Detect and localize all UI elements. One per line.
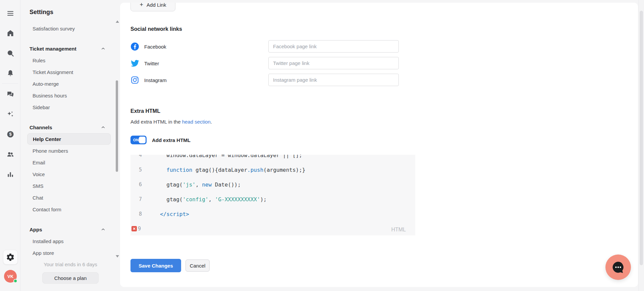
facebook-row: Facebook xyxy=(130,38,402,55)
nav-section-ticket-management[interactable]: Ticket management xyxy=(21,43,120,55)
nav-item-help-center[interactable]: Help Center xyxy=(27,133,111,145)
code-line-7: 7 gtag('config', 'G-XXXXXXXXXX'); xyxy=(130,192,415,207)
nav-item-ticket-assignment[interactable]: Ticket Assignment xyxy=(21,66,120,78)
nav-item-installed-apps[interactable]: Installed apps xyxy=(21,235,120,247)
ai-sparkles-icon[interactable] xyxy=(4,107,17,121)
code-text: gtag('js', new Date()); xyxy=(142,181,241,188)
line-number: 4 xyxy=(130,155,142,158)
nav-section-apps[interactable]: Apps xyxy=(21,224,120,235)
plus-icon: + xyxy=(140,3,144,8)
extra-html-description: Add extra HTML in the head section. xyxy=(130,119,212,125)
nav-section-label: Ticket management xyxy=(30,46,76,52)
line-number: 5 xyxy=(130,167,142,173)
trial-note: Your trial ends in 6 days xyxy=(21,262,120,267)
nav-section-label: Channels xyxy=(30,125,52,130)
twitter-icon xyxy=(130,59,139,68)
settings-gear-icon[interactable] xyxy=(3,250,18,265)
nav-item-satisfaction-survey[interactable]: Satisfaction survey xyxy=(21,23,120,34)
nav-item-app-store[interactable]: App store xyxy=(21,247,120,259)
twitter-row: Twitter xyxy=(130,55,402,72)
avatar-initials: VK xyxy=(7,274,13,279)
line-number: 8 xyxy=(130,211,142,217)
facebook-link-input[interactable] xyxy=(268,40,399,53)
code-text: function gtag(){dataLayer.push(arguments… xyxy=(142,167,306,173)
add-link-button[interactable]: + Add Link xyxy=(130,3,175,11)
nav-item-business-hours[interactable]: Business hours xyxy=(21,90,120,101)
code-text: gtag('config', 'G-XXXXXXXXXX'); xyxy=(142,196,267,203)
search-icon[interactable] xyxy=(4,47,17,60)
social-rows: FacebookTwitterInstagram xyxy=(130,38,402,88)
chat-launcher-button[interactable] xyxy=(605,254,631,280)
nav-item-voice[interactable]: Voice xyxy=(21,168,120,180)
twitter-label: Twitter xyxy=(144,61,159,66)
facebook-label: Facebook xyxy=(144,44,166,50)
nav-item-sidebar[interactable]: Sidebar xyxy=(21,101,120,113)
settings-nav: Settings Satisfaction surveyTicket manag… xyxy=(21,0,120,291)
code-lines: 4 window.dataLayer = window.dataLayer ||… xyxy=(130,155,415,235)
code-line-9: ✕9 xyxy=(130,221,415,235)
page-scrollbar-thumb[interactable] xyxy=(640,11,643,265)
save-changes-button[interactable]: Save Changes xyxy=(130,259,181,272)
code-text: window.dataLayer = window.dataLayer || [… xyxy=(142,155,302,158)
code-line-4: 4 window.dataLayer = window.dataLayer ||… xyxy=(130,155,415,162)
nav-item-sms[interactable]: SMS xyxy=(21,180,120,192)
nav-item-rules[interactable]: Rules xyxy=(21,55,120,66)
nav-scroll-up-arrow[interactable] xyxy=(116,20,119,23)
extra-html-toggle[interactable]: ON xyxy=(130,136,147,144)
extra-html-heading: Extra HTML xyxy=(130,108,160,114)
add-link-label: Add Link xyxy=(147,3,166,8)
line-number: 6 xyxy=(130,181,142,188)
social-links-heading: Social network links xyxy=(130,26,182,32)
conversations-chat-icon[interactable] xyxy=(4,87,17,101)
menu-icon[interactable] xyxy=(4,7,17,20)
nav-item-phone-numbers[interactable]: Phone numbers xyxy=(21,145,120,157)
toggle-knob xyxy=(139,137,146,143)
rail-divider xyxy=(2,83,18,84)
nav-item-chat[interactable]: Chat xyxy=(21,192,120,204)
nav-section-label: Apps xyxy=(30,227,42,232)
nav-section-channels[interactable]: Channels xyxy=(21,122,120,133)
customers-users-icon[interactable] xyxy=(4,148,17,161)
code-line-5: 5 function gtag(){dataLayer.push(argumen… xyxy=(130,162,415,177)
nav-scroll-down-arrow[interactable] xyxy=(116,255,119,258)
chevron-up-icon xyxy=(101,47,105,51)
instagram-link-input[interactable] xyxy=(268,74,399,86)
nav-item-contact-form[interactable]: Contact form xyxy=(21,204,120,215)
toggle-on-text: ON xyxy=(133,138,139,142)
head-section-link[interactable]: head section xyxy=(182,119,211,125)
nav-scrollbar-thumb[interactable] xyxy=(116,80,118,172)
main-card: + Add Link Social network links Facebook… xyxy=(120,3,638,287)
line-number: 7 xyxy=(130,196,142,202)
html-code-editor[interactable]: 4 window.dataLayer = window.dataLayer ||… xyxy=(130,155,415,235)
nav-item-email[interactable]: Email xyxy=(21,157,120,168)
instagram-row: Instagram xyxy=(130,72,402,88)
home-icon[interactable] xyxy=(4,26,17,40)
instagram-label: Instagram xyxy=(144,77,167,83)
instagram-icon xyxy=(130,76,139,84)
notifications-bell-icon[interactable] xyxy=(4,67,17,80)
description-prefix: Add extra HTML in the xyxy=(130,119,182,125)
extra-html-toggle-label: Add extra HTML xyxy=(152,137,191,143)
facebook-icon xyxy=(130,42,139,51)
nav-item-auto-merge[interactable]: Auto-merge xyxy=(21,78,120,90)
billing-dollar-icon[interactable]: $ xyxy=(4,128,17,141)
chat-bubble-icon xyxy=(611,260,625,274)
twitter-link-input[interactable] xyxy=(268,57,399,69)
app-root: $ VK Settings Satisfaction surveyTicket … xyxy=(0,0,644,291)
error-marker-icon[interactable]: ✕ xyxy=(131,226,137,231)
code-line-8: 8</script> xyxy=(130,207,415,221)
user-avatar[interactable]: VK xyxy=(4,270,17,283)
page-scrollbar-track xyxy=(638,0,644,291)
chevron-up-icon xyxy=(101,125,105,130)
editor-mode-label: HTML xyxy=(391,227,406,233)
cancel-button[interactable]: Cancel xyxy=(185,260,210,272)
code-line-6: 6 gtag('js', new Date()); xyxy=(130,177,415,192)
description-suffix: . xyxy=(211,119,212,125)
reports-barchart-icon[interactable] xyxy=(4,168,17,181)
choose-plan-button[interactable]: Choose a plan xyxy=(42,272,99,284)
chevron-up-icon xyxy=(101,227,105,232)
online-status-dot xyxy=(13,279,17,283)
extra-html-toggle-row: ON Add extra HTML xyxy=(130,136,191,144)
settings-title: Settings xyxy=(30,9,53,16)
code-text: </script> xyxy=(142,211,189,217)
